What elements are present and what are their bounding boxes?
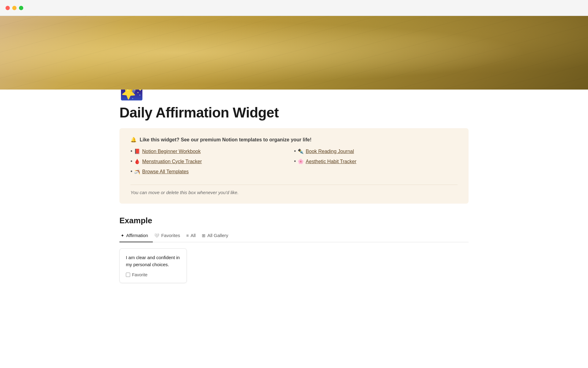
affirmation-card: I am clear and confident in my personal …	[119, 248, 187, 283]
promo-right-list: ✒️ Book Reading Journal 🌸 Aesthetic Habi…	[294, 148, 458, 178]
promo-bell-icon: 🔔	[130, 137, 137, 143]
main-content: 🌠 Daily Affirmation Widget 🔔 Like this w…	[95, 80, 493, 283]
card-affirmation-text: I am clear and confident in my personal …	[126, 254, 180, 268]
promo-box: 🔔 Like this widget? See our premium Noti…	[119, 128, 469, 204]
emoji-icon: 📕	[134, 148, 140, 154]
promo-lists: 📕 Notion Beginner Workbook 🩸 Menstruatio…	[130, 148, 458, 178]
favorites-tab-label: Favorites	[161, 233, 180, 238]
titlebar	[0, 0, 588, 16]
all-gallery-tab-label: All Gallery	[207, 233, 228, 238]
list-item: ✒️ Book Reading Journal	[294, 148, 458, 155]
emoji-icon: 🌸	[298, 159, 304, 164]
all-tab-label: All	[190, 233, 196, 238]
list-item: 🪃 Browse All Templates	[130, 168, 294, 175]
promo-divider	[130, 185, 458, 185]
promo-header-text: Like this widget? See our premium Notion…	[140, 137, 311, 143]
card-favorite-row: Favorite	[126, 272, 180, 277]
emoji-icon: 🪃	[134, 169, 140, 174]
list-item: 🌸 Aesthetic Habit Tracker	[294, 158, 458, 165]
browse-all-templates-link[interactable]: Browse All Templates	[142, 169, 189, 174]
all-tab-icon: ≡	[186, 233, 189, 238]
tabs-bar: ✦ Affirmation 🤍 Favorites ≡ All ⊞ All Ga…	[119, 230, 469, 242]
emoji-icon: 🩸	[134, 159, 140, 164]
fullscreen-button[interactable]	[19, 6, 23, 10]
promo-footer-text: You can move or delete this box whenever…	[130, 190, 458, 195]
close-button[interactable]	[6, 6, 10, 10]
emoji-icon: ✒️	[298, 148, 304, 154]
favorites-tab-icon: 🤍	[154, 233, 159, 238]
tab-affirmation[interactable]: ✦ Affirmation	[119, 230, 153, 242]
favorite-checkbox[interactable]	[126, 273, 130, 277]
promo-left-list: 📕 Notion Beginner Workbook 🩸 Menstruatio…	[130, 148, 294, 178]
notion-beginner-workbook-link[interactable]: Notion Beginner Workbook	[142, 149, 201, 154]
affirmation-tab-label: Affirmation	[126, 233, 148, 238]
example-section-title: Example	[119, 216, 469, 225]
list-item: 📕 Notion Beginner Workbook	[130, 148, 294, 155]
minimize-button[interactable]	[12, 6, 17, 10]
list-item: 🩸 Menstruation Cycle Tracker	[130, 158, 294, 165]
affirmation-tab-icon: ✦	[121, 233, 124, 238]
hero-banner	[0, 16, 588, 90]
tab-all-gallery[interactable]: ⊞ All Gallery	[201, 230, 233, 242]
tab-all[interactable]: ≡ All	[185, 230, 201, 242]
tab-favorites[interactable]: 🤍 Favorites	[153, 230, 185, 242]
promo-header: 🔔 Like this widget? See our premium Noti…	[130, 137, 458, 143]
aesthetic-habit-tracker-link[interactable]: Aesthetic Habit Tracker	[306, 159, 356, 164]
menstruation-tracker-link[interactable]: Menstruation Cycle Tracker	[142, 159, 202, 164]
all-gallery-tab-icon: ⊞	[202, 233, 205, 238]
favorite-label: Favorite	[132, 272, 148, 277]
page-title: Daily Affirmation Widget	[119, 104, 469, 121]
book-reading-journal-link[interactable]: Book Reading Journal	[306, 149, 354, 154]
